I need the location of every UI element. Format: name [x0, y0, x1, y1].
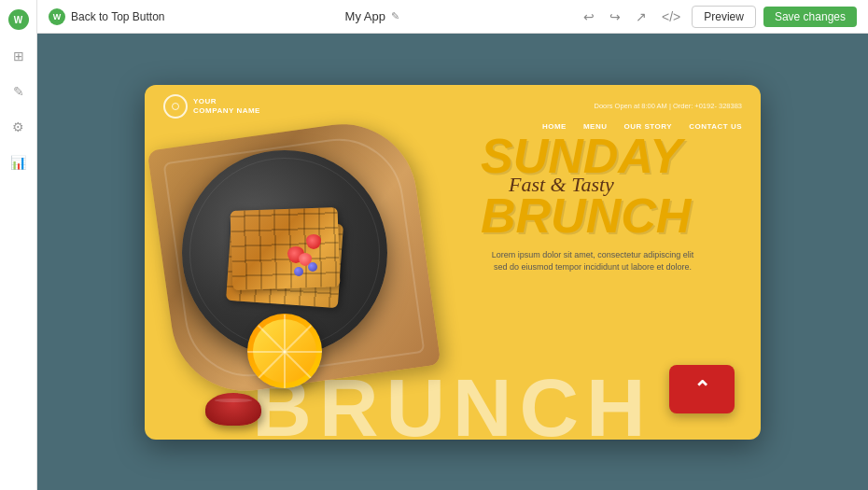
top-bar-right: ↩ ↪ ↗ </> Preview Save changes: [580, 6, 857, 28]
pointer-button[interactable]: ↗: [632, 7, 651, 26]
sidebar-icon-chart[interactable]: 📊: [9, 153, 28, 172]
orange-outer: [247, 314, 322, 388]
site-logo-circle: [163, 94, 188, 119]
site-logo: YOUR COMPANY NAME: [163, 94, 260, 119]
site-contact-info: Doors Open at 8:00 AM | Order: +0192- 32…: [594, 102, 742, 110]
food-image-area: [145, 104, 462, 440]
site-top-bar: YOUR COMPANY NAME Doors Open at 8:00 AM …: [163, 94, 742, 119]
hero-script-text: Fast & Tasty: [509, 173, 742, 197]
preview-button[interactable]: Preview: [692, 6, 756, 28]
preview-card: YOUR COMPANY NAME Doors Open at 8:00 AM …: [145, 85, 761, 440]
nav-contact[interactable]: CONTACT US: [689, 122, 742, 131]
strawberry-2: [306, 234, 321, 249]
app-name-label: My App: [345, 9, 385, 23]
hero-title-line2: BRUNCH: [481, 191, 742, 240]
blueberry-1: [294, 267, 303, 276]
waffle-top: [231, 207, 341, 290]
top-bar-left: W Back to Top Button: [49, 8, 165, 25]
sidebar-logo[interactable]: W: [8, 9, 29, 30]
save-changes-button[interactable]: Save changes: [763, 7, 857, 27]
code-button[interactable]: </>: [658, 7, 684, 26]
app-name-edit-icon[interactable]: ✎: [391, 10, 399, 22]
chevron-up-icon: ⌃: [693, 377, 710, 401]
site-logo-inner: [172, 103, 179, 110]
back-to-top-label: Back to Top Button: [71, 10, 165, 23]
left-sidebar: W ⊞ ✎ ⚙ 📊: [0, 0, 37, 490]
hero-content: SUNDAY Fast & Tasty BRUNCH Lorem ipsum d…: [481, 132, 742, 274]
site-logo-text: YOUR COMPANY NAME: [193, 97, 260, 115]
sidebar-icon-settings[interactable]: ⚙: [9, 118, 28, 136]
undo-button[interactable]: ↩: [580, 7, 598, 26]
sauce-bowl: [205, 393, 261, 426]
redo-button[interactable]: ↪: [606, 7, 624, 26]
top-logo: W: [49, 8, 65, 25]
sidebar-icon-grid[interactable]: ⊞: [9, 47, 28, 65]
back-to-top-button[interactable]: ⌃: [669, 365, 735, 413]
orange-slice: [247, 314, 322, 388]
top-bar-center: My App ✎: [345, 9, 399, 23]
canvas-area: YOUR COMPANY NAME Doors Open at 8:00 AM …: [37, 34, 868, 490]
blueberry-2: [308, 262, 317, 272]
waffle-stack: [224, 202, 345, 304]
sidebar-icon-edit[interactable]: ✎: [9, 82, 28, 101]
main-area: W Back to Top Button My App ✎ ↩ ↪ ↗ </> …: [37, 0, 868, 490]
top-bar: W Back to Top Button My App ✎ ↩ ↪ ↗ </> …: [37, 0, 868, 34]
hero-description: Lorem ipsum dolor sit amet, consectetur …: [490, 249, 695, 274]
